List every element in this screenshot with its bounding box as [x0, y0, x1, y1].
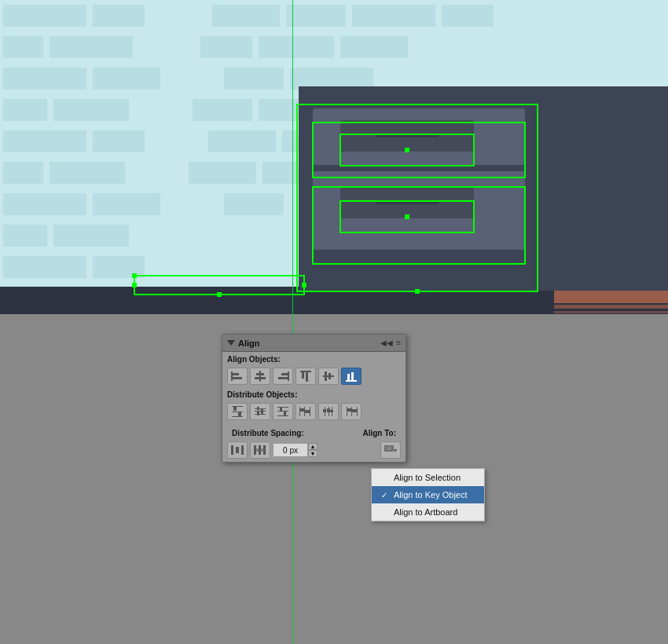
svg-rect-15 — [346, 380, 357, 382]
align-to-dropdown-menu: Align to Selection ✓ Align to Key Object… — [371, 468, 485, 521]
svg-rect-45 — [347, 407, 347, 416]
distribute-spacing-label: Distribute Spacing: — [227, 426, 354, 439]
svg-rect-44 — [330, 410, 333, 412]
align-right-edges-button[interactable] — [273, 368, 293, 385]
align-to-artboard-check — [381, 508, 389, 517]
svg-rect-33 — [284, 412, 286, 415]
svg-rect-13 — [325, 371, 327, 381]
spacing-stepper: ▲ ▼ — [308, 443, 317, 457]
svg-rect-55 — [263, 445, 266, 455]
panel-titlebar: Align ◀◀ ≡ — [222, 335, 406, 352]
panel-minimize-button[interactable]: ◀◀ — [380, 338, 393, 347]
align-top-edges-button[interactable] — [295, 368, 316, 385]
svg-rect-19 — [232, 412, 243, 412]
svg-rect-29 — [277, 407, 288, 408]
svg-rect-30 — [277, 411, 288, 412]
distribute-left-edges-button[interactable] — [295, 403, 316, 420]
align-bottom-edges-button[interactable] — [341, 368, 362, 385]
svg-rect-38 — [305, 410, 310, 413]
svg-rect-54 — [259, 445, 261, 455]
svg-rect-34 — [299, 407, 300, 416]
svg-rect-25 — [255, 414, 266, 415]
svg-rect-42 — [323, 409, 326, 412]
align-to-section: Align To: — [358, 426, 401, 459]
panel-title-label: Align — [238, 338, 260, 348]
svg-rect-59 — [387, 447, 391, 450]
svg-rect-14 — [328, 373, 331, 379]
distribute-spacing-equal-button[interactable] — [227, 441, 248, 459]
distribute-h-center-button[interactable] — [318, 403, 339, 420]
align-to-selection-check — [381, 474, 389, 482]
align-to-selection-label: Align to Selection — [394, 473, 461, 482]
svg-rect-23 — [255, 408, 266, 409]
panel-collapse-icon[interactable] — [227, 340, 235, 346]
align-to-selection-option[interactable]: Align to Selection — [372, 469, 484, 486]
svg-rect-56 — [256, 448, 259, 452]
canvas-area — [0, 0, 668, 314]
distribute-bottom-edges-button[interactable] — [273, 403, 293, 420]
distribute-objects-row — [222, 401, 406, 423]
distribute-objects-label: Distribute Objects: — [222, 387, 406, 401]
align-to-artboard-label: Align to Artboard — [394, 507, 457, 517]
svg-rect-16 — [347, 374, 350, 380]
svg-rect-21 — [233, 407, 237, 411]
svg-rect-2 — [233, 377, 242, 379]
align-to-artboard-option[interactable]: Align to Artboard — [372, 503, 484, 521]
align-horizontal-center-button[interactable] — [250, 368, 270, 385]
svg-rect-36 — [310, 407, 310, 416]
svg-rect-51 — [241, 445, 244, 455]
align-left-edges-button[interactable] — [227, 368, 248, 385]
distribute-spacing-row: ▲ ▼ — [227, 441, 354, 459]
svg-rect-17 — [351, 372, 354, 380]
spacing-increment-button[interactable]: ▲ — [308, 443, 317, 450]
svg-rect-47 — [357, 407, 358, 416]
svg-rect-4 — [256, 373, 264, 375]
panel-title: Align — [227, 338, 260, 348]
svg-rect-35 — [304, 407, 305, 416]
spacing-decrement-button[interactable]: ▼ — [308, 450, 317, 457]
svg-rect-27 — [257, 412, 259, 415]
svg-rect-48 — [347, 408, 351, 412]
svg-rect-9 — [300, 371, 311, 372]
svg-rect-10 — [302, 372, 304, 379]
align-to-label: Align To: — [358, 426, 401, 439]
svg-rect-26 — [257, 407, 259, 410]
svg-rect-31 — [277, 415, 288, 416]
align-to-key-object-option[interactable]: ✓ Align to Key Object — [372, 486, 484, 503]
align-objects-label: Align Objects: — [222, 352, 406, 365]
svg-rect-18 — [232, 406, 243, 407]
distribute-spacing-auto-button[interactable] — [250, 441, 270, 459]
distribute-spacing-section: Distribute Spacing: — [227, 426, 354, 459]
align-to-key-object-label: Align to Key Object — [394, 490, 468, 499]
bottom-section: Distribute Spacing: — [222, 423, 406, 462]
svg-rect-0 — [231, 371, 233, 381]
svg-rect-20 — [232, 416, 243, 417]
align-to-button-wrapper — [380, 441, 401, 459]
svg-rect-49 — [352, 409, 357, 412]
distribute-right-edges-button[interactable] — [341, 403, 362, 420]
panel-menu-button[interactable]: ≡ — [396, 338, 401, 347]
svg-rect-28 — [261, 409, 263, 414]
svg-rect-37 — [300, 408, 304, 412]
svg-rect-53 — [254, 445, 256, 455]
svg-rect-6 — [288, 371, 289, 381]
svg-rect-46 — [351, 407, 352, 416]
align-panel: Align ◀◀ ≡ Align Objects: — [222, 334, 406, 463]
distribute-top-edges-button[interactable] — [227, 403, 248, 420]
align-vertical-center-button[interactable] — [318, 368, 339, 385]
spacing-value-input[interactable] — [273, 443, 308, 457]
svg-rect-5 — [255, 377, 266, 379]
align-objects-row — [222, 365, 406, 387]
boombox-body — [299, 86, 668, 291]
align-to-dropdown-button[interactable] — [380, 441, 401, 459]
svg-rect-1 — [233, 373, 239, 375]
svg-rect-57 — [261, 448, 263, 452]
align-to-key-object-check: ✓ — [381, 491, 389, 499]
svg-rect-11 — [306, 372, 308, 382]
spacing-input-group: ▲ ▼ — [273, 443, 317, 457]
distribute-v-center-button[interactable] — [250, 403, 270, 420]
svg-rect-24 — [255, 411, 266, 412]
svg-rect-3 — [259, 371, 261, 382]
svg-rect-52 — [236, 447, 239, 453]
svg-rect-8 — [278, 377, 288, 379]
